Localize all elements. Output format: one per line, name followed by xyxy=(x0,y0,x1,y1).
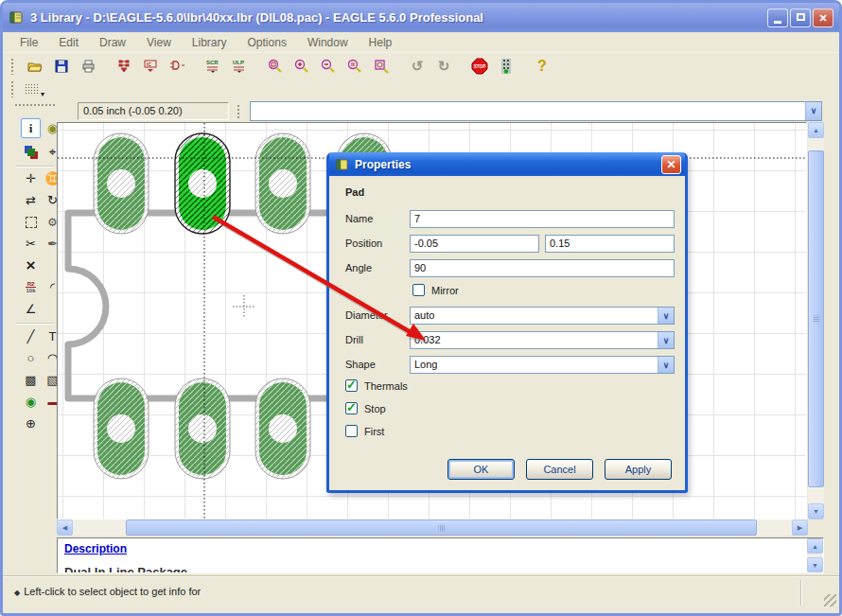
pad-tool-button[interactable]: ◉ xyxy=(21,392,41,412)
group-tool-button[interactable] xyxy=(21,212,41,232)
delete-tool-button[interactable]: × xyxy=(21,255,41,275)
pad[interactable] xyxy=(94,378,149,479)
description-scrollbar[interactable]: ▲ ▼ xyxy=(807,538,823,572)
edit-device-button[interactable] xyxy=(113,56,135,77)
scroll-left-button[interactable]: ◀ xyxy=(57,519,73,536)
command-dropdown-arrow[interactable]: ∨ xyxy=(805,102,821,120)
name-field[interactable]: 7 xyxy=(410,210,675,228)
info-tool-button[interactable]: i xyxy=(21,118,41,138)
dialog-section-heading: Pad xyxy=(345,186,364,198)
palette-drag-handle[interactable] xyxy=(14,103,56,107)
shape-combo[interactable]: Long∨ xyxy=(410,356,675,374)
script-button[interactable]: SCR xyxy=(202,56,224,77)
ulp-button[interactable]: ULP xyxy=(228,56,251,77)
stop-checkbox[interactable]: ✓ xyxy=(345,402,358,414)
command-drag-handle[interactable] xyxy=(237,104,241,118)
description-scroll-down[interactable]: ▼ xyxy=(807,557,823,572)
pad[interactable] xyxy=(255,378,310,479)
menu-view[interactable]: View xyxy=(147,36,171,49)
display-layers-button[interactable] xyxy=(21,142,41,162)
scroll-right-button[interactable]: ▶ xyxy=(792,519,808,536)
shape-combo-arrow[interactable]: ∨ xyxy=(658,357,674,373)
cancel-button[interactable]: Cancel xyxy=(526,459,593,480)
diameter-combo[interactable]: auto∨ xyxy=(410,307,675,325)
position-x-field[interactable]: -0.05 xyxy=(410,235,539,253)
floppy-save-icon xyxy=(55,60,68,73)
apply-button[interactable]: Apply xyxy=(605,459,672,480)
menu-help[interactable]: Help xyxy=(369,36,393,49)
zoom-select-button[interactable] xyxy=(343,56,366,77)
edit-package-button[interactable]: IC xyxy=(139,56,162,77)
zoom-in-button[interactable] xyxy=(290,56,313,77)
scroll-up-button[interactable]: ▲ xyxy=(808,122,824,138)
position-label: Position xyxy=(345,238,382,249)
maximize-button[interactable] xyxy=(790,9,811,27)
horizontal-scrollbar[interactable]: ◀ ▶ xyxy=(57,519,808,536)
go-button[interactable] xyxy=(495,56,517,77)
zoom-out-button[interactable] xyxy=(317,56,340,77)
description-link[interactable]: Description xyxy=(64,542,127,555)
wire-tool-button[interactable]: ╱ xyxy=(21,326,41,346)
grid-button[interactable]: ▾ xyxy=(20,79,43,99)
thermals-label: Thermals xyxy=(364,380,408,392)
toolbar-drag-handle[interactable] xyxy=(10,58,15,75)
save-button[interactable] xyxy=(50,56,73,77)
minimize-button[interactable] xyxy=(767,9,788,27)
pad-selected[interactable] xyxy=(175,133,230,234)
open-button[interactable] xyxy=(24,56,46,77)
move-tool-button[interactable]: ✛ xyxy=(21,168,41,188)
zoom-fit-button[interactable] xyxy=(264,56,287,77)
edit-symbol-button[interactable] xyxy=(166,56,188,77)
vertical-scroll-thumb[interactable] xyxy=(808,150,824,487)
thermals-checkbox[interactable]: ✓ xyxy=(345,379,358,392)
name-tool-button[interactable]: R210k xyxy=(21,277,41,297)
mirror-checkbox[interactable]: ✓ xyxy=(412,284,425,296)
circle-tool-button[interactable]: ○ xyxy=(21,348,41,368)
pad[interactable] xyxy=(175,378,230,479)
zoom-redraw-button[interactable] xyxy=(370,56,393,77)
redo-button[interactable]: ↻ xyxy=(432,56,455,77)
dialog-close-button[interactable]: ✕ xyxy=(661,155,681,174)
resize-grip[interactable] xyxy=(824,594,836,607)
drill-combo[interactable]: 0.032∨ xyxy=(410,331,675,349)
description-scroll-up[interactable]: ▲ xyxy=(807,538,823,554)
stop-button[interactable]: STOP xyxy=(468,56,491,77)
mirror-tool-button[interactable]: ⇄ xyxy=(21,190,41,210)
hole-icon: ⊕ xyxy=(26,416,36,431)
split-tool-button[interactable]: ∠ xyxy=(21,299,41,319)
menu-edit[interactable]: Edit xyxy=(59,36,79,49)
grid-toolbar: ▾ xyxy=(3,79,839,99)
scroll-down-button[interactable]: ▼ xyxy=(808,503,824,519)
ic-chip-label: IC xyxy=(147,62,151,67)
menu-options[interactable]: Options xyxy=(248,36,287,49)
grid-toolbar-drag-handle[interactable] xyxy=(10,80,15,97)
command-input[interactable] xyxy=(251,102,805,120)
menu-library[interactable]: Library xyxy=(192,36,227,49)
position-y-field[interactable]: 0.15 xyxy=(545,235,675,253)
menu-draw[interactable]: Draw xyxy=(99,36,126,49)
mark-icon: ⌖ xyxy=(49,145,56,160)
menu-file[interactable]: File xyxy=(20,36,38,49)
diameter-label: Diameter xyxy=(345,309,388,321)
drill-combo-arrow[interactable]: ∨ xyxy=(658,332,674,348)
first-checkbox[interactable]: ✓ xyxy=(345,425,358,437)
cut-tool-button[interactable]: ✂ xyxy=(21,234,41,254)
help-button[interactable]: ? xyxy=(531,56,553,77)
menu-window[interactable]: Window xyxy=(307,36,348,49)
horizontal-scroll-thumb[interactable] xyxy=(126,519,757,536)
vertical-scrollbar[interactable]: ▲ ▼ xyxy=(808,122,824,519)
undo-button[interactable]: ↺ xyxy=(406,56,429,77)
ok-button[interactable]: OK xyxy=(447,459,515,480)
rect-tool-button[interactable]: ▩ xyxy=(21,370,41,390)
print-button[interactable] xyxy=(77,56,99,77)
close-button[interactable]: ✕ xyxy=(813,9,833,27)
action-toolbar: IC SCR ULP xyxy=(3,52,839,79)
zoom-redraw-icon xyxy=(374,59,389,74)
pad[interactable] xyxy=(94,133,149,234)
coordinate-display: 0.05 inch (-0.05 0.20) xyxy=(78,102,229,120)
zoom-select-icon xyxy=(347,59,362,74)
pad[interactable] xyxy=(255,133,310,234)
hole-tool-button[interactable]: ⊕ xyxy=(21,414,41,433)
angle-field[interactable]: 90 xyxy=(410,259,675,277)
diameter-combo-arrow[interactable]: ∨ xyxy=(658,308,674,324)
